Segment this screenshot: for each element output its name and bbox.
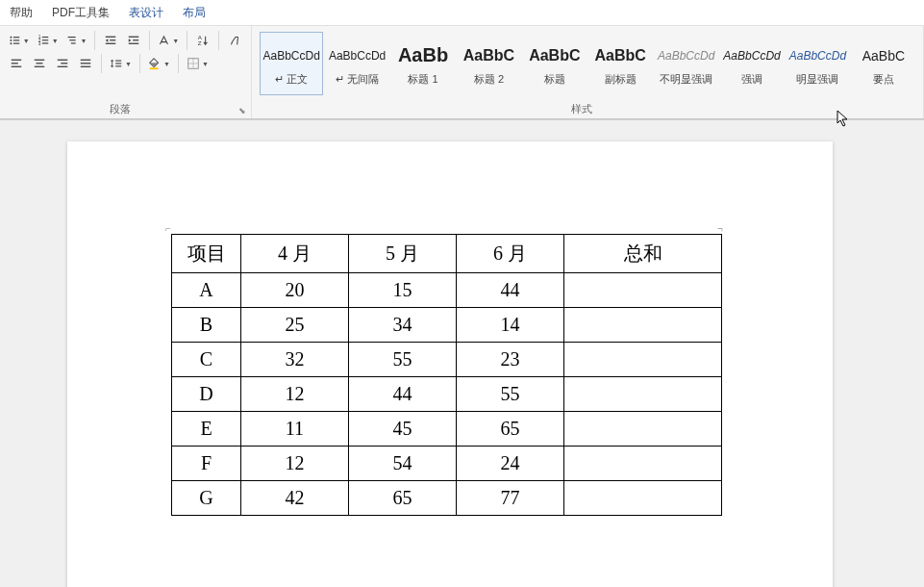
table-header-cell[interactable]: 5 月 — [349, 235, 457, 273]
table-row[interactable]: D124455 — [172, 377, 722, 412]
table-cell[interactable] — [564, 377, 722, 412]
bullet-list-button[interactable]: ▼ — [6, 30, 33, 51]
borders-button[interactable]: ▼ — [184, 53, 212, 74]
table-row[interactable]: A201544 — [172, 273, 722, 308]
style-name-label: 强调 — [741, 72, 762, 87]
separator — [218, 31, 219, 50]
style-item[interactable]: AaBbC副标题 — [588, 32, 652, 95]
style-item[interactable]: AaBbCcDd↵ 正文 — [260, 32, 323, 95]
table-cell[interactable]: 12 — [241, 377, 349, 412]
style-item[interactable]: AaBbCcDd强调 — [720, 32, 784, 95]
table-header-cell[interactable]: 项目 — [172, 235, 241, 273]
svg-rect-11 — [42, 42, 48, 43]
style-item[interactable]: AaBbC要点 — [852, 32, 915, 95]
table-cell[interactable]: D — [172, 377, 241, 412]
group-label-paragraph: 段落 — [0, 102, 239, 116]
asian-layout-button[interactable]: ▼ — [155, 30, 182, 51]
table-cell[interactable]: G — [172, 481, 241, 516]
table-cell[interactable]: 14 — [457, 308, 564, 343]
svg-rect-23 — [12, 60, 22, 61]
align-center-button[interactable] — [29, 53, 50, 74]
align-right-button[interactable] — [52, 53, 73, 74]
table-cell[interactable] — [564, 412, 722, 447]
align-justify-button[interactable] — [75, 53, 96, 74]
table-row[interactable]: F125424 — [172, 447, 722, 481]
style-item[interactable]: AaBbCcDd明显强调 — [786, 32, 849, 95]
style-item[interactable]: AaBbCcDd↵ 无间隔 — [325, 32, 388, 95]
style-item[interactable]: AaBbC标题 2 — [457, 32, 520, 95]
style-item[interactable]: AaBbCcDd不明显强调 — [654, 32, 717, 95]
svg-rect-37 — [115, 65, 121, 66]
separator — [94, 31, 95, 50]
multilevel-list-button[interactable]: ▼ — [63, 30, 90, 51]
table-row[interactable]: G426577 — [172, 481, 722, 516]
table-cell[interactable]: 44 — [349, 377, 457, 412]
table-cell[interactable]: 11 — [241, 412, 349, 447]
svg-rect-17 — [106, 43, 116, 44]
svg-rect-26 — [35, 60, 45, 61]
table-cell[interactable]: 25 — [241, 308, 349, 343]
table-row[interactable]: B253414 — [172, 308, 722, 343]
table-row[interactable]: C325523 — [172, 343, 722, 377]
svg-rect-38 — [150, 67, 159, 69]
table-header-cell[interactable]: 6 月 — [457, 235, 564, 273]
line-spacing-button[interactable]: ▼ — [107, 53, 135, 74]
table-header-cell[interactable]: 4 月 — [241, 235, 349, 273]
style-item[interactable]: AaBbC标题 — [523, 32, 587, 95]
table-cell[interactable]: E — [172, 412, 241, 447]
ribbon-toolbar: ▼ 123▼ ▼ — [0, 25, 924, 119]
svg-rect-24 — [12, 63, 18, 64]
style-preview: AaBbC — [526, 41, 584, 70]
table-cell[interactable] — [564, 273, 722, 308]
increase-indent-button[interactable] — [123, 30, 144, 51]
table-cell[interactable] — [564, 447, 722, 481]
style-item[interactable]: AaBb标题 1 — [391, 32, 455, 95]
svg-rect-16 — [110, 39, 115, 40]
svg-rect-35 — [115, 61, 121, 62]
document-table[interactable]: 项目4 月5 月6 月总和 A201544B253414C325523D1244… — [171, 234, 722, 516]
table-cell[interactable]: A — [172, 273, 241, 308]
table-cell[interactable]: B — [172, 308, 241, 343]
table-cell[interactable]: 23 — [457, 343, 564, 377]
table-cell[interactable] — [564, 308, 722, 343]
decrease-indent-button[interactable] — [100, 30, 121, 51]
paragraph-launcher-icon[interactable]: ⬊ — [237, 105, 248, 116]
table-cell[interactable]: 44 — [457, 273, 564, 308]
document-area[interactable]: ⌐ ¬ 项目4 月5 月6 月总和 A201544B253414C325523D… — [0, 120, 924, 587]
table-cell[interactable]: 15 — [349, 273, 457, 308]
table-cell[interactable] — [564, 343, 722, 377]
table-cell[interactable]: 32 — [241, 343, 349, 377]
shading-button[interactable]: ▼ — [145, 53, 173, 74]
tab-help[interactable]: 帮助 — [0, 1, 42, 25]
tab-layout[interactable]: 布局 — [173, 1, 215, 25]
table-cell[interactable]: F — [172, 447, 241, 481]
show-paragraph-marks-button[interactable] — [224, 30, 245, 51]
align-left-button[interactable] — [6, 53, 27, 74]
table-cell[interactable]: 55 — [457, 377, 564, 412]
styles-gallery[interactable]: AaBbCcDd↵ 正文AaBbCcDd↵ 无间隔AaBb标题 1AaBbC标题… — [260, 32, 915, 95]
tab-pdf-tools[interactable]: PDF工具集 — [42, 1, 119, 25]
document-page[interactable]: ⌐ ¬ 项目4 月5 月6 月总和 A201544B253414C325523D… — [67, 141, 833, 587]
style-name-label: 副标题 — [605, 72, 637, 87]
table-cell[interactable]: 20 — [241, 273, 349, 308]
tab-table-design[interactable]: 表设计 — [119, 1, 173, 25]
table-cell[interactable] — [564, 481, 722, 516]
ruler-mark-right: ¬ — [717, 223, 723, 234]
table-cell[interactable]: 54 — [349, 447, 457, 481]
table-cell[interactable]: C — [172, 343, 241, 377]
table-cell[interactable]: 77 — [457, 481, 564, 516]
sort-button[interactable]: AZ — [192, 30, 213, 51]
svg-rect-25 — [12, 66, 22, 67]
table-cell[interactable]: 42 — [241, 481, 349, 516]
numbered-list-button[interactable]: 123▼ — [35, 30, 62, 51]
table-row[interactable]: E114565 — [172, 412, 722, 447]
table-header-cell[interactable]: 总和 — [564, 235, 722, 273]
table-cell[interactable]: 65 — [349, 481, 457, 516]
table-cell[interactable]: 45 — [349, 412, 457, 447]
table-cell[interactable]: 55 — [349, 343, 457, 377]
table-cell[interactable]: 65 — [457, 412, 564, 447]
table-cell[interactable]: 34 — [349, 308, 457, 343]
svg-rect-31 — [58, 66, 68, 67]
table-cell[interactable]: 24 — [457, 447, 564, 481]
table-cell[interactable]: 12 — [241, 447, 349, 481]
